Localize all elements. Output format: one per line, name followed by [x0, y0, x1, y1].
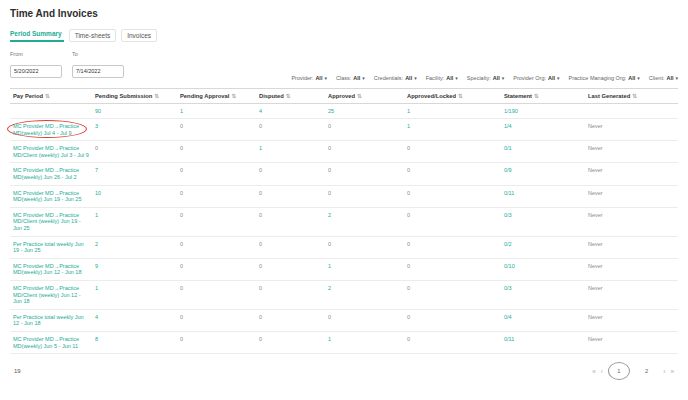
cell-link[interactable]: 0/2	[504, 241, 512, 247]
column-header-approved-locked[interactable]: Approved/Locked⇅	[404, 88, 501, 103]
page-button-1[interactable]: 1	[608, 362, 630, 380]
pay-period-link[interactable]: MC Provider MD→Practice MD/Client (weekl…	[13, 145, 89, 158]
filter-value: All	[666, 75, 673, 81]
filter-class[interactable]: Class:All▾	[336, 75, 365, 81]
cell-link[interactable]: 0/11	[504, 336, 514, 342]
cell-link[interactable]: 1	[328, 336, 331, 342]
pay-period-link[interactable]: Per Practice total weekly Jun 19 - Jun 2…	[13, 241, 84, 254]
totals-link[interactable]: 1	[180, 108, 183, 114]
cell-link[interactable]: 0/3	[504, 212, 512, 218]
cell-value: 0	[407, 314, 410, 320]
cell: 1	[325, 258, 404, 280]
cell-link[interactable]: 0/4	[504, 314, 512, 320]
cell-link[interactable]: 2	[328, 285, 331, 291]
filter-credentials[interactable]: Credentials:All▾	[374, 75, 417, 81]
totals-cell: 1	[177, 103, 256, 119]
filter-practice-managing-org[interactable]: Practice Managing Org:All▾	[569, 75, 640, 81]
filter-provider-org[interactable]: Provider Org:All▾	[513, 75, 559, 81]
cell: Never	[585, 207, 678, 236]
pay-period-cell: MC Provider MD→Practice MD/Client (weekl…	[10, 281, 92, 310]
cell-value: 0	[180, 263, 183, 269]
column-header-pending-submission[interactable]: Pending Submission⇅	[92, 88, 177, 103]
table-row: MC Provider MD→Practice MD(weekly) Jun 2…	[10, 163, 678, 185]
to-date-input[interactable]	[72, 65, 124, 78]
cell: 0	[256, 331, 325, 353]
last-page-button[interactable]: »	[670, 368, 674, 375]
cell-value: 0	[407, 190, 410, 196]
cell-link[interactable]: 0/10	[504, 263, 515, 269]
cell-link[interactable]: 1	[259, 145, 262, 151]
cell: 0	[325, 236, 404, 258]
column-header-approved[interactable]: Approved⇅	[325, 88, 404, 103]
next-page-button[interactable]: ›	[663, 368, 665, 375]
totals-link[interactable]: 1	[407, 108, 410, 114]
pay-period-link[interactable]: MC Provider MD→Practice MD(weekly) Jun 1…	[13, 263, 81, 276]
pay-period-link[interactable]: MC Provider MD→Practice MD/Client (weekl…	[13, 212, 81, 231]
totals-link[interactable]: 4	[259, 108, 262, 114]
sort-icon[interactable]: ⇅	[286, 93, 291, 99]
totals-link[interactable]: 25	[328, 108, 334, 114]
cell-link[interactable]: 7	[95, 167, 98, 173]
sort-icon[interactable]: ⇅	[632, 93, 637, 99]
tab-period-summary[interactable]: Period Summary	[10, 28, 64, 42]
cell-link[interactable]: 0/11	[504, 190, 514, 196]
totals-link[interactable]: 90	[95, 108, 101, 114]
pay-period-cell: Per Practice total weekly Jun 19 - Jun 2…	[10, 236, 92, 258]
column-header-statement[interactable]: Statement⇅	[501, 88, 585, 103]
cell-value: 0	[407, 263, 410, 269]
cell-link[interactable]: 0/1	[504, 145, 512, 151]
cell: Never	[585, 281, 678, 310]
cell-value: Never	[588, 190, 603, 196]
cell-link[interactable]: 3	[95, 123, 98, 129]
pay-period-link[interactable]: Per Practice total weekly Jun 12 - Jun 1…	[13, 314, 84, 327]
filter-label: Specialty:	[467, 75, 491, 81]
cell-link[interactable]: 1	[407, 123, 410, 129]
from-date-input[interactable]	[10, 65, 62, 78]
pay-period-link[interactable]: MC Provider MD→Practice MD(weekly) Jun 5…	[13, 336, 79, 349]
first-page-button[interactable]: «	[592, 368, 596, 375]
cell-value: 0	[259, 167, 262, 173]
cell-link[interactable]: 0/9	[504, 167, 512, 173]
column-header-pay-period[interactable]: Pay Period⇅	[10, 88, 92, 103]
cell-link[interactable]: 1/4	[504, 123, 512, 129]
totals-link[interactable]: 1/190	[504, 108, 518, 114]
cell-link[interactable]: 2	[95, 241, 98, 247]
tab-invoices[interactable]: Invoices	[121, 29, 157, 42]
cell: 0	[404, 185, 501, 207]
pay-period-link[interactable]: MC Provider MD→Practice MD(weekly) Jun 1…	[13, 190, 81, 203]
cell-link[interactable]: 9	[95, 263, 98, 269]
cell: 0	[325, 141, 404, 163]
filter-client[interactable]: Client:All▾	[649, 75, 678, 81]
sort-icon[interactable]: ⇅	[231, 93, 236, 99]
cell-link[interactable]: 0/3	[504, 285, 512, 291]
page-button-2[interactable]: 2	[635, 360, 658, 382]
sort-icon[interactable]: ⇅	[458, 93, 463, 99]
sort-icon[interactable]: ⇅	[357, 93, 362, 99]
sort-icon[interactable]: ⇅	[45, 93, 50, 99]
cell-link[interactable]: 1	[328, 263, 331, 269]
cell-link[interactable]: 2	[328, 212, 331, 218]
filter-facility[interactable]: Facility:All▾	[426, 75, 458, 81]
filter-specialty[interactable]: Specialty:All▾	[467, 75, 504, 81]
cell-link[interactable]: 10	[95, 190, 101, 196]
totals-row: 90142511/190	[10, 103, 678, 119]
column-header-last-generated[interactable]: Last Generated⇅	[585, 88, 678, 103]
pay-period-link[interactable]: MC Provider MD→Practice MD/Client (weekl…	[13, 285, 81, 304]
column-header-disputed[interactable]: Disputed⇅	[256, 88, 325, 103]
cell: 0	[92, 141, 177, 163]
pay-period-link[interactable]: MC Provider MD→Practice MD(weekly) Jun 2…	[13, 167, 79, 180]
sort-icon[interactable]: ⇅	[154, 93, 159, 99]
column-header-pending-approval[interactable]: Pending Approval⇅	[177, 88, 256, 103]
tab-bar: Period SummaryTime-sheetsInvoices	[10, 28, 678, 42]
prev-page-button[interactable]: ‹	[601, 368, 603, 375]
cell-link[interactable]: 4	[95, 314, 98, 320]
cell-link[interactable]: 8	[95, 336, 98, 342]
cell-link[interactable]: 1	[95, 212, 98, 218]
cell-value: 0	[180, 336, 183, 342]
cell-link[interactable]: 1	[95, 285, 98, 291]
filter-provider[interactable]: Provider:All▾	[291, 75, 327, 81]
tab-time-sheets[interactable]: Time-sheets	[69, 29, 117, 42]
cell: 0/9	[501, 163, 585, 185]
pay-period-link[interactable]: MC Provider MD→Practice MD(weekly) Jul 4…	[13, 123, 79, 136]
sort-icon[interactable]: ⇅	[534, 93, 539, 99]
